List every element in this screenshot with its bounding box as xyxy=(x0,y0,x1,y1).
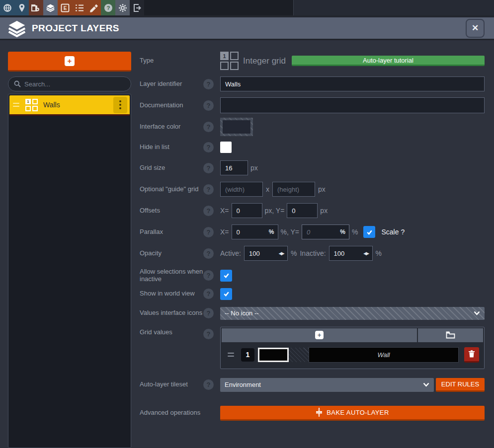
autolayer-tutorial-button[interactable]: Auto-layer tutorial xyxy=(292,56,485,66)
opacity-active-field[interactable]: ◂▸ xyxy=(244,246,288,261)
field-label: Offsets xyxy=(140,207,203,215)
parallax-y-input[interactable] xyxy=(302,228,340,236)
help-badge[interactable]: ? xyxy=(203,270,214,281)
group-values-button[interactable] xyxy=(418,328,483,342)
field-row-grid-size: Grid size ? px xyxy=(140,160,485,175)
field-label: Opacity xyxy=(140,250,203,257)
layer-item-walls[interactable]: 1 Walls xyxy=(9,95,130,116)
guide-height-input[interactable] xyxy=(272,182,315,197)
y-label: %, Y= xyxy=(281,228,300,236)
value-identifier-input[interactable] xyxy=(309,347,459,363)
field-label: Allow selections when inactive xyxy=(140,268,203,283)
parallax-scale-checkbox[interactable] xyxy=(363,226,375,238)
chevron-down-icon xyxy=(474,311,480,315)
tileset-select[interactable]: Environment xyxy=(220,378,434,392)
svg-text:?: ? xyxy=(106,5,110,11)
help-badge[interactable]: ? xyxy=(203,79,214,89)
value-color-picker[interactable] xyxy=(258,348,289,362)
layer-settings-form: Type 1 Integer grid Auto-layer tutorial … xyxy=(140,52,485,448)
help-badge[interactable]: ? xyxy=(203,142,214,152)
main-toolbar: E ? xyxy=(0,0,494,15)
unit-label: px xyxy=(320,207,328,215)
panel-titlebar: PROJECT LAYERS ✕ xyxy=(0,17,494,39)
help-badge[interactable]: ? xyxy=(203,100,214,111)
add-layer-button[interactable]: + xyxy=(8,52,131,72)
field-row-hide-in-list: Hide in list ? xyxy=(140,142,485,153)
layer-search[interactable] xyxy=(8,76,131,91)
selected-option: Environment xyxy=(225,381,261,388)
field-row-allow-selections: Allow selections when inactive ? xyxy=(140,268,485,283)
layer-identifier-input[interactable] xyxy=(220,76,485,91)
parallax-y-field[interactable]: % xyxy=(302,224,349,239)
help-badge[interactable]: ? xyxy=(203,289,214,299)
panel-content: + 1 Walls Type xyxy=(0,40,494,448)
layers-icon[interactable] xyxy=(43,0,58,15)
stripes-decoration xyxy=(289,348,309,362)
allow-selections-checkbox[interactable] xyxy=(220,270,232,282)
help-badge[interactable]: ? xyxy=(203,163,214,173)
tilesets-icon[interactable] xyxy=(86,0,101,15)
project-settings-icon[interactable] xyxy=(29,0,43,15)
guide-width-input[interactable] xyxy=(220,182,263,197)
help-icon[interactable]: ? xyxy=(101,0,115,15)
layer-type-value: Integer grid xyxy=(243,56,286,66)
active-label: Active: xyxy=(220,249,241,257)
drag-handle-icon[interactable] xyxy=(228,353,234,357)
unit-label: px xyxy=(318,185,326,193)
opacity-inactive-input[interactable] xyxy=(329,250,364,257)
bake-autolayer-button[interactable]: BAKE AUTO-LAYER xyxy=(220,406,485,421)
check-icon xyxy=(223,272,230,279)
help-badge[interactable]: ? xyxy=(203,206,214,216)
offset-y-input[interactable] xyxy=(287,203,318,218)
help-badge[interactable]: ? xyxy=(203,122,214,132)
help-badge[interactable]: ? xyxy=(203,227,214,237)
check-icon xyxy=(366,228,373,236)
drag-handle-icon[interactable] xyxy=(13,103,19,107)
hide-in-list-checkbox[interactable] xyxy=(220,142,232,153)
entities-icon[interactable]: E xyxy=(58,0,72,15)
percent-icon: % xyxy=(269,228,274,235)
help-badge[interactable]: ? xyxy=(203,329,214,339)
map-pin-icon[interactable] xyxy=(14,0,29,15)
intgrid-type-icon: 1 xyxy=(220,52,239,70)
help-badge[interactable]: ? xyxy=(203,184,214,195)
bake-label: BAKE AUTO-LAYER xyxy=(327,409,389,416)
delete-value-button[interactable] xyxy=(464,347,479,363)
stepper-icon[interactable]: ◂▸ xyxy=(279,250,284,257)
enums-icon[interactable] xyxy=(72,0,86,15)
intgrid-layer-icon: 1 xyxy=(25,99,38,111)
show-world-checkbox[interactable] xyxy=(220,288,232,300)
close-button[interactable]: ✕ xyxy=(466,19,485,38)
edit-rules-button[interactable]: EDIT RULES xyxy=(436,378,485,392)
unit-label: px xyxy=(250,164,258,172)
percent-icon: % xyxy=(340,228,345,235)
field-label: Show in world view xyxy=(140,290,203,298)
help-badge[interactable]: ? xyxy=(203,308,214,318)
field-label: Advanced operations xyxy=(140,409,203,417)
value-number-badge: 1 xyxy=(241,348,254,362)
world-icon[interactable] xyxy=(0,0,14,15)
opacity-active-input[interactable] xyxy=(245,250,279,257)
search-input[interactable] xyxy=(24,80,109,88)
values-icons-select[interactable]: -- No icon -- xyxy=(220,307,485,320)
opacity-inactive-field[interactable]: ◂▸ xyxy=(329,246,373,261)
stepper-icon[interactable]: ◂▸ xyxy=(364,250,369,257)
grid-size-input[interactable] xyxy=(220,160,248,175)
layers-sidebar: + 1 Walls xyxy=(8,52,131,448)
field-label: Auto-layer tileset xyxy=(140,381,203,388)
field-row-parallax: Parallax ? X= % %, Y= % % xyxy=(140,224,485,239)
documentation-input[interactable] xyxy=(220,97,485,113)
help-badge[interactable]: ? xyxy=(203,248,214,259)
interface-color-picker[interactable] xyxy=(220,118,253,136)
exit-icon[interactable] xyxy=(130,0,144,15)
settings-icon[interactable] xyxy=(115,0,130,15)
field-row-opacity: Opacity ? Active: ◂▸ % Inactive: ◂▸ % xyxy=(140,246,485,261)
parallax-x-input[interactable] xyxy=(232,228,269,236)
field-row-layer-identifier: Layer identifier ? xyxy=(140,76,485,91)
offset-x-input[interactable] xyxy=(232,203,262,218)
layer-menu-button[interactable] xyxy=(113,97,127,113)
grid-value-row: 1 xyxy=(222,342,483,368)
parallax-x-field[interactable]: % xyxy=(232,224,278,239)
help-badge[interactable]: ? xyxy=(203,379,214,390)
add-value-button[interactable]: + xyxy=(222,328,417,342)
